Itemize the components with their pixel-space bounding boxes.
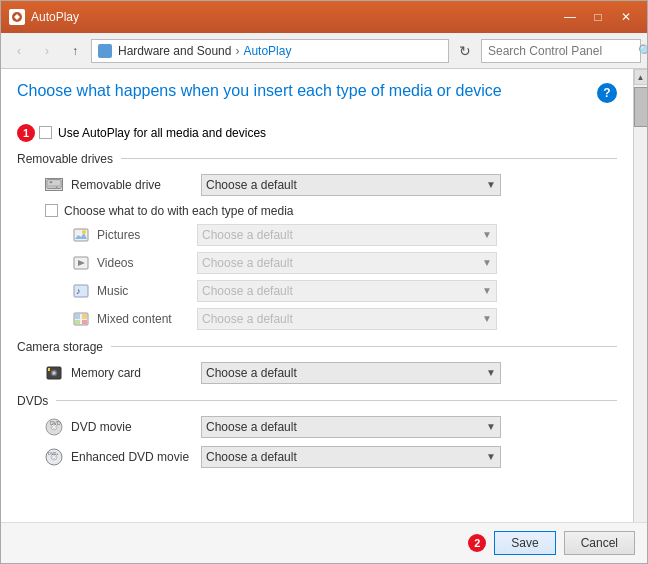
address-bar: ‹ › ↑ Hardware and Sound › AutoPlay ↻ 🔍 xyxy=(1,33,647,69)
music-label: Music xyxy=(97,284,197,298)
pictures-icon xyxy=(73,227,89,243)
enhanced-dvd-dropdown[interactable]: Choose a default ▼ xyxy=(201,446,501,468)
save-button-group: 2 Save xyxy=(468,531,555,555)
footer: 2 Save Cancel xyxy=(1,522,647,563)
autoplay-option-row: 1 Use AutoPlay for all media and devices xyxy=(17,124,617,142)
page-title-row: Choose what happens when you insert each… xyxy=(17,81,617,114)
dvd-movie-dropdown-text: Choose a default xyxy=(206,420,482,434)
breadcrumb-prefix: Hardware and Sound xyxy=(118,44,231,58)
window-icon xyxy=(9,9,25,25)
removable-drive-dropdown[interactable]: Choose a default ▼ xyxy=(201,174,501,196)
svg-text:DVD+: DVD+ xyxy=(48,451,59,456)
minimize-button[interactable]: — xyxy=(557,7,583,27)
media-type-checkbox-row: Choose what to do with each type of medi… xyxy=(45,204,617,218)
enhanced-dvd-row: DVD+ Enhanced DVD movie Choose a default… xyxy=(45,446,617,468)
enhanced-dvd-icon: DVD+ xyxy=(45,450,63,464)
camera-section-divider xyxy=(111,346,617,347)
dvds-label: DVDs xyxy=(17,394,48,408)
videos-dropdown[interactable]: Choose a default ▼ xyxy=(197,252,497,274)
pictures-dropdown-arrow: ▼ xyxy=(482,229,492,240)
scroll-thumb[interactable] xyxy=(634,87,648,127)
scrollbar[interactable]: ▲ xyxy=(633,69,647,522)
dvd-movie-dropdown[interactable]: Choose a default ▼ xyxy=(201,416,501,438)
svg-text:DVD: DVD xyxy=(50,420,61,426)
svg-rect-5 xyxy=(74,229,88,241)
title-controls: — □ ✕ xyxy=(557,7,639,27)
removable-drives-section-header: Removable drives xyxy=(17,152,617,166)
mixed-content-label: Mixed content xyxy=(97,312,197,326)
videos-dropdown-text: Choose a default xyxy=(202,256,478,270)
videos-row: Videos Choose a default ▼ xyxy=(73,252,617,274)
svg-rect-13 xyxy=(82,314,87,319)
badge-2: 2 xyxy=(468,534,486,552)
autoplay-label: Use AutoPlay for all media and devices xyxy=(58,126,266,140)
scroll-up-button[interactable]: ▲ xyxy=(634,69,648,85)
mixed-content-dropdown-text: Choose a default xyxy=(202,312,478,326)
maximize-button[interactable]: □ xyxy=(585,7,611,27)
memory-card-dropdown[interactable]: Choose a default ▼ xyxy=(201,362,501,384)
music-dropdown[interactable]: Choose a default ▼ xyxy=(197,280,497,302)
removable-drive-row: Removable drive Choose a default ▼ xyxy=(45,174,617,196)
search-icon[interactable]: 🔍 xyxy=(638,44,648,58)
memory-card-dropdown-text: Choose a default xyxy=(206,366,482,380)
dvd-movie-label: DVD movie xyxy=(71,420,201,434)
main-content: Choose what happens when you insert each… xyxy=(1,69,633,522)
svg-rect-14 xyxy=(75,320,80,324)
media-type-checkbox[interactable] xyxy=(45,204,58,217)
breadcrumb-bar[interactable]: Hardware and Sound › AutoPlay xyxy=(91,39,449,63)
svg-rect-15 xyxy=(82,320,87,324)
removable-drive-label: Removable drive xyxy=(71,178,201,192)
pictures-dropdown[interactable]: Choose a default ▼ xyxy=(197,224,497,246)
camera-storage-label: Camera storage xyxy=(17,340,103,354)
videos-dropdown-arrow: ▼ xyxy=(482,257,492,268)
svg-rect-4 xyxy=(56,187,58,188)
refresh-button[interactable]: ↻ xyxy=(453,39,477,63)
dvd-movie-icon: DVD xyxy=(45,420,63,434)
dvd-dropdown-arrow-icon: ▼ xyxy=(486,421,496,432)
enhanced-dvd-dropdown-arrow: ▼ xyxy=(486,451,496,462)
forward-button[interactable]: › xyxy=(35,39,59,63)
enhanced-dvd-label: Enhanced DVD movie xyxy=(71,450,201,464)
help-button[interactable]: ? xyxy=(597,83,617,103)
mixed-content-icon xyxy=(73,311,89,327)
svg-rect-19 xyxy=(48,368,50,371)
svg-rect-2 xyxy=(48,185,60,188)
music-icon: ♪ xyxy=(73,283,89,299)
content-area: Choose what happens when you insert each… xyxy=(1,69,647,522)
svg-point-18 xyxy=(53,371,56,374)
section-divider xyxy=(121,158,617,159)
music-row: ♪ Music Choose a default ▼ xyxy=(73,280,617,302)
save-button[interactable]: Save xyxy=(494,531,555,555)
svg-point-6 xyxy=(82,230,86,234)
window-title: AutoPlay xyxy=(31,10,557,24)
mixed-content-dropdown-arrow: ▼ xyxy=(482,313,492,324)
drive-icon-img xyxy=(45,178,63,191)
music-dropdown-arrow: ▼ xyxy=(482,285,492,296)
cancel-button[interactable]: Cancel xyxy=(564,531,635,555)
mixed-content-dropdown[interactable]: Choose a default ▼ xyxy=(197,308,497,330)
mixed-content-row: Mixed content Choose a default ▼ xyxy=(73,308,617,330)
media-type-label: Choose what to do with each type of medi… xyxy=(64,204,293,218)
videos-label: Videos xyxy=(97,256,197,270)
title-bar: AutoPlay — □ ✕ xyxy=(1,1,647,33)
back-button[interactable]: ‹ xyxy=(7,39,31,63)
pictures-label: Pictures xyxy=(97,228,197,242)
removable-drives-label: Removable drives xyxy=(17,152,113,166)
search-input[interactable] xyxy=(488,44,638,58)
close-button[interactable]: ✕ xyxy=(613,7,639,27)
dvds-section-divider xyxy=(56,400,617,401)
search-box[interactable]: 🔍 xyxy=(481,39,641,63)
memory-card-label: Memory card xyxy=(71,366,201,380)
music-dropdown-text: Choose a default xyxy=(202,284,478,298)
memory-card-icon xyxy=(45,366,63,380)
breadcrumb-separator: › xyxy=(235,44,239,58)
autoplay-checkbox[interactable] xyxy=(39,126,52,139)
removable-drive-icon xyxy=(45,178,63,192)
up-button[interactable]: ↑ xyxy=(63,39,87,63)
pictures-row: Pictures Choose a default ▼ xyxy=(73,224,617,246)
autoplay-window: AutoPlay — □ ✕ ‹ › ↑ Hardware and Sound … xyxy=(0,0,648,564)
memory-card-row: Memory card Choose a default ▼ xyxy=(45,362,617,384)
page-title: Choose what happens when you insert each… xyxy=(17,81,597,102)
dvd-movie-row: DVD DVD movie Choose a default ▼ xyxy=(45,416,617,438)
removable-drive-dropdown-text: Choose a default xyxy=(206,178,482,192)
